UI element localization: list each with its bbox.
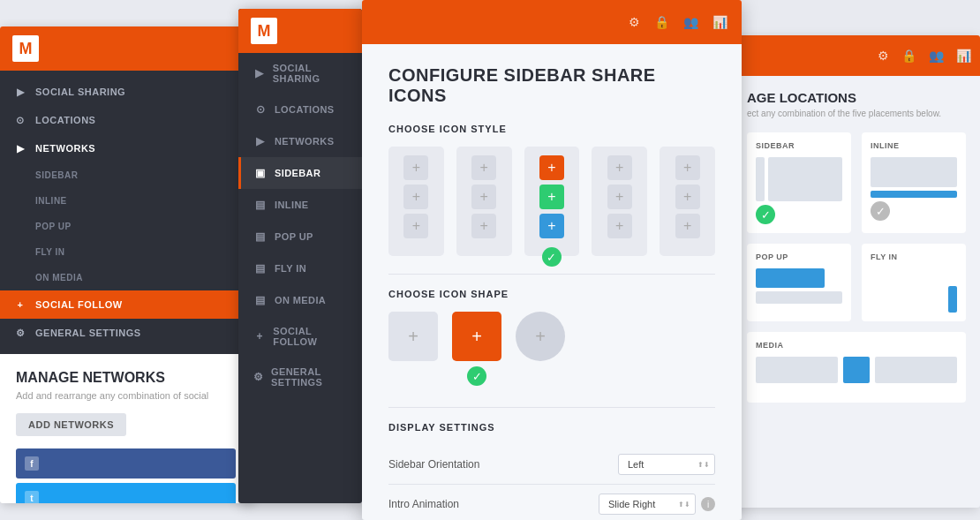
intro-animation-info-icon[interactable]: i xyxy=(701,497,715,511)
sidebar-item-inline-bl[interactable]: INLINE xyxy=(0,188,252,214)
shape-circle[interactable]: + xyxy=(516,312,565,361)
display-settings-label: DISPLAY SETTINGS xyxy=(388,422,715,433)
icon-style-1[interactable]: + + + xyxy=(388,147,444,256)
back-right-panel: ⚙ 🔒 👥 📊 AGE LOCATIONS ect any combinatio… xyxy=(733,35,980,508)
chart-icon-br: 📊 xyxy=(956,49,971,63)
sidebar-item-socialfollow-bl[interactable]: + SOCIAL FOLLOW xyxy=(0,290,252,319)
shape-square[interactable]: + xyxy=(388,312,438,361)
mid-settings-icon: ⚙ xyxy=(253,371,264,383)
manage-networks-title: MANAGE NETWORKS xyxy=(16,370,236,386)
middle-logo: M xyxy=(251,18,277,44)
icon-style-1-btn2: + xyxy=(403,185,428,209)
mid-nav-settings[interactable]: ⚙ GENERAL SETTINGS xyxy=(238,357,362,397)
users-icon-br: 👥 xyxy=(929,49,944,63)
back-left-panel: M ▶ SOCIAL SHARING ⊙ LOCATIONS ▶ NETWORK… xyxy=(0,26,252,503)
icon-style-2-btn2: + xyxy=(471,185,496,209)
mid-networks-icon: ▶ xyxy=(253,135,268,147)
location-sidebar-label: SIDEBAR xyxy=(756,141,842,150)
inline-check-gray: ✓ xyxy=(871,201,890,221)
settings-sidebar-orientation: Sidebar Orientation Left Right xyxy=(388,445,715,485)
sidebar-item-flyin-bl[interactable]: FLY IN xyxy=(0,239,252,265)
lock-icon-br: 🔒 xyxy=(901,49,916,63)
icon-style-4[interactable]: + + + xyxy=(592,147,647,256)
mid-nav-social-sharing[interactable]: ▶ SOCIAL SHARING xyxy=(238,53,362,94)
mid-sidebar-icon: ▣ xyxy=(253,167,268,179)
back-left-sidebar: ▶ SOCIAL SHARING ⊙ LOCATIONS ▶ NETWORKS … xyxy=(0,71,252,354)
shape-orange-check: ✓ xyxy=(467,366,486,386)
sidebar-orientation-label: Sidebar Orientation xyxy=(388,458,618,471)
mid-flyin-icon: ▤ xyxy=(253,262,268,275)
mid-nav-locations[interactable]: ⊙ LOCATIONS xyxy=(238,94,362,125)
icon-shape-section-label: CHOOSE ICON SHAPE xyxy=(388,289,715,299)
icon-style-5[interactable]: + + + xyxy=(660,147,715,256)
networks-icon-bl: ▶ xyxy=(12,142,28,154)
mid-nav-popup[interactable]: ▤ POP UP xyxy=(238,221,362,252)
icon-style-4-btn2: + xyxy=(607,185,632,209)
mid-nav-networks[interactable]: ▶ NETWORKS xyxy=(238,125,362,157)
sidebar-orientation-select[interactable]: Left Right xyxy=(618,454,715,475)
sidebar-item-onmedia-bl[interactable]: ON MEDIA xyxy=(0,265,252,290)
back-left-content: MANAGE NETWORKS Add and rearrange any co… xyxy=(0,354,252,503)
mid-nav-inline[interactable]: ▤ INLINE xyxy=(238,189,362,221)
mid-popup-icon: ▤ xyxy=(253,230,268,243)
mid-nav-sidebar[interactable]: ▣ SIDEBAR xyxy=(238,157,362,189)
sidebar-item-sidebar-bl[interactable]: SIDEBAR xyxy=(0,162,252,188)
back-left-header: M xyxy=(0,26,252,71)
settings-intro-animation: Intro Animation Slide Right Fade i xyxy=(388,485,715,520)
shape-square-orange[interactable]: + xyxy=(452,312,501,361)
location-inline-label: INLINE xyxy=(871,141,957,150)
age-locations-title: AGE LOCATIONS xyxy=(747,90,966,105)
main-panel: ⚙ 🔒 👥 📊 CONFIGURE SIDEBAR SHARE ICONS CH… xyxy=(362,0,742,520)
icon-style-4-btn1: + xyxy=(607,155,632,180)
middle-panel: M ▶ SOCIAL SHARING ⊙ LOCATIONS ▶ NETWORK… xyxy=(238,9,362,503)
sidebar-item-networks-bl[interactable]: ▶ NETWORKS xyxy=(0,134,252,162)
location-media-label: MEDIA xyxy=(756,341,957,350)
mid-nav-flyin[interactable]: ▤ FLY IN xyxy=(238,252,362,284)
icon-style-2-btn1: + xyxy=(471,155,496,180)
sidebar-item-social-sharing-bl[interactable]: ▶ SOCIAL SHARING xyxy=(0,78,252,106)
mid-nav-onmedia[interactable]: ▤ ON MEDIA xyxy=(238,284,362,316)
location-card-popup: POP UP xyxy=(747,244,851,321)
icon-style-3-btn1: + xyxy=(539,155,564,180)
settings-icon-bl: ⚙ xyxy=(12,327,28,339)
icon-style-4-btn3: + xyxy=(607,214,632,238)
twitter-icon: t xyxy=(25,491,39,503)
intro-animation-label: Intro Animation xyxy=(388,498,599,510)
icon-style-2[interactable]: + + + xyxy=(456,147,512,256)
mid-inline-icon: ▤ xyxy=(253,199,268,211)
icon-style-section-label: CHOOSE ICON STYLE xyxy=(388,124,715,134)
gear-icon-main: ⚙ xyxy=(629,15,640,29)
middle-nav: ▶ SOCIAL SHARING ⊙ LOCATIONS ▶ NETWORKS … xyxy=(238,53,362,397)
icon-style-3-check: ✓ xyxy=(542,247,562,267)
location-flyin-label: FLY IN xyxy=(871,252,957,261)
mid-socialfollow-icon: + xyxy=(253,330,266,343)
back-right-content: AGE LOCATIONS ect any combination of the… xyxy=(733,76,980,417)
sidebar-orientation-select-wrapper: Left Right xyxy=(618,454,715,475)
gear-icon-br: ⚙ xyxy=(878,49,889,63)
location-card-media: MEDIA xyxy=(747,332,966,403)
intro-animation-select-wrapper: Slide Right Fade xyxy=(599,494,696,515)
add-networks-button[interactable]: ADD NETWORKS xyxy=(16,413,126,436)
sidebar-item-settings-bl[interactable]: ⚙ GENERAL SETTINGS xyxy=(0,319,252,347)
main-header: ⚙ 🔒 👥 📊 xyxy=(362,0,742,44)
mid-nav-socialfollow[interactable]: + SOCIAL FOLLOW xyxy=(238,316,362,357)
main-content: CONFIGURE SIDEBAR SHARE ICONS CHOOSE ICO… xyxy=(362,44,742,520)
social-sharing-icon-bl: ▶ xyxy=(12,86,28,98)
icon-style-1-btn3: + xyxy=(403,214,428,238)
age-locations-subtitle: ect any combination of the five placemen… xyxy=(747,109,966,118)
lock-icon-main: 🔒 xyxy=(654,15,669,29)
sidebar-item-locations-bl[interactable]: ⊙ LOCATIONS xyxy=(0,106,252,134)
icon-style-5-btn1: + xyxy=(675,155,700,180)
socialfollow-icon-bl: + xyxy=(12,298,28,311)
location-grid: SIDEBAR ✓ INLINE ✓ POP UP xyxy=(747,132,966,403)
location-card-flyin: FLY IN xyxy=(862,244,966,321)
icon-shape-row: + + ✓ + xyxy=(388,312,715,386)
mid-locations-icon: ⊙ xyxy=(253,103,268,116)
icon-style-3[interactable]: + + + ✓ xyxy=(524,147,580,256)
icon-style-1-btn1: + xyxy=(403,155,428,180)
sidebar-item-popup-bl[interactable]: POP UP xyxy=(0,214,252,239)
mid-social-icon: ▶ xyxy=(253,67,266,79)
icon-style-row: + + + + + + + + + ✓ + + xyxy=(388,147,715,256)
intro-animation-select[interactable]: Slide Right Fade xyxy=(599,494,696,515)
divider-1 xyxy=(388,274,715,275)
